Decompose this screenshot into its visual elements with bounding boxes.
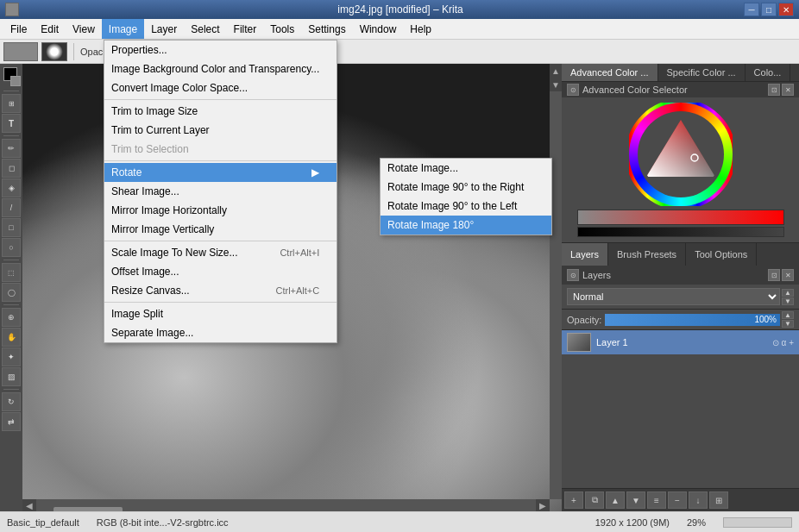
menu-trim-layer[interactable]: Trim to Current Layer — [104, 121, 337, 140]
rotate-90r[interactable]: Rotate Image 90° to the Right — [381, 178, 551, 197]
menu-bg-color[interactable]: Image Background Color and Transparency.… — [104, 59, 337, 78]
menu-offset[interactable]: Offset Image... — [104, 262, 337, 281]
blend-up[interactable]: ▲ — [782, 289, 794, 297]
menu-settings[interactable]: Settings — [301, 19, 352, 39]
color-panel-close[interactable]: ✕ — [782, 84, 794, 96]
menu-layer[interactable]: Layer — [144, 19, 184, 39]
color-gradient-bar[interactable] — [577, 210, 784, 225]
zoom-tool[interactable]: ⊕ — [2, 308, 21, 327]
select-ellipse-tool[interactable]: ◯ — [2, 283, 21, 302]
menu-file[interactable]: File — [3, 19, 34, 39]
opacity-up-layers[interactable]: ▲ — [782, 311, 794, 319]
scroll-right-btn[interactable]: ▶ — [536, 499, 550, 511]
blend-down[interactable]: ▼ — [782, 297, 794, 305]
line-tool[interactable]: / — [2, 198, 21, 217]
color-black-bar[interactable] — [577, 227, 784, 237]
menu-convert-cs[interactable]: Convert Image Color Space... — [104, 78, 337, 97]
opacity-slider[interactable]: 100% — [605, 314, 780, 326]
bg-color[interactable] — [10, 76, 21, 86]
eraser-tool[interactable]: ◻ — [2, 159, 21, 178]
scrollbar-horizontal[interactable]: ◀ ▶ — [22, 499, 550, 511]
brush-tip — [46, 43, 63, 60]
tab-brush-presets[interactable]: Brush Presets — [608, 243, 686, 266]
menu-window[interactable]: Window — [353, 19, 404, 39]
layer-item[interactable]: Layer 1 ⊙ α + — [562, 330, 799, 354]
color-picker-tool[interactable]: ✦ — [2, 347, 21, 366]
menu-split[interactable]: Image Split — [104, 304, 337, 323]
color-swatches[interactable] — [2, 67, 21, 86]
layers-panel-float[interactable]: ⊡ — [768, 269, 780, 281]
menu-help[interactable]: Help — [403, 19, 438, 39]
tab-color-short[interactable]: Colo... — [746, 64, 791, 81]
tab-tool-options[interactable]: Tool Options — [686, 243, 757, 266]
menu-separate[interactable]: Separate Image... — [104, 323, 337, 342]
layer-up-btn[interactable]: ▲ — [606, 491, 625, 509]
scrollbar-vertical[interactable]: ▲ ▼ — [550, 64, 562, 499]
rotate-180[interactable]: Rotate Image 180° — [381, 216, 551, 235]
fill-tool[interactable]: ◈ — [2, 178, 21, 197]
color-selector-header: ⊙ Advanced Color Selector ⊡ ✕ — [562, 82, 799, 97]
menu-trim-image[interactable]: Trim to Image Size — [104, 102, 337, 121]
layers-panel-close[interactable]: ✕ — [782, 269, 794, 281]
rotate-custom[interactable]: Rotate Image... — [381, 159, 551, 178]
left-toolbar: ⊞ T ✏ ◻ ◈ / □ ○ ⬚ ◯ ⊕ ✋ ✦ ▨ ↻ ⇄ — [0, 64, 22, 511]
brush-tool[interactable]: ✏ — [2, 139, 21, 158]
scroll-down-btn[interactable]: ▼ — [550, 78, 562, 91]
opacity-spinners-layers: ▲ ▼ — [782, 311, 794, 328]
image-dropdown: Properties... Image Background Color and… — [104, 40, 337, 343]
statusbar: Basic_tip_default RGB (8-bit inte...-V2-… — [0, 511, 799, 532]
toolbar-sep2 — [3, 135, 19, 136]
toolbar-sep5 — [3, 389, 19, 390]
layers-toolbar: + ⧉ ▲ ▼ ≡ − ↓ ⊞ — [562, 488, 799, 511]
menu-mirror-v[interactable]: Mirror Image Vertically — [104, 220, 337, 239]
menu-mirror-h[interactable]: Mirror Image Horizontally — [104, 201, 337, 220]
select-rect-tool[interactable]: ⬚ — [2, 263, 21, 282]
color-wheel-area — [562, 97, 799, 242]
delete-layer-btn[interactable]: − — [668, 491, 687, 509]
tab-advanced-color[interactable]: Advanced Color ... — [562, 64, 658, 81]
menu-shear[interactable]: Shear Image... — [104, 182, 337, 201]
layer-down-btn[interactable]: ▼ — [626, 491, 645, 509]
opacity-down-layers[interactable]: ▼ — [782, 320, 794, 328]
menu-image[interactable]: Image — [102, 19, 144, 39]
layer-settings-btn[interactable]: ≡ — [647, 491, 666, 509]
tab-layers[interactable]: Layers — [562, 243, 608, 266]
zoom-slider[interactable] — [723, 517, 792, 528]
maximize-button[interactable]: □ — [761, 3, 777, 16]
statusbar-colorspace: RGB (8-bit inte...-V2-srgbtrc.icc — [97, 517, 229, 528]
menu-view[interactable]: View — [66, 19, 102, 39]
transform-tool[interactable]: ⊞ — [2, 94, 21, 113]
color-wheel[interactable] — [629, 103, 733, 206]
layer-more-btn[interactable]: ⊞ — [709, 491, 728, 509]
blend-mode-select[interactable]: Normal Multiply Screen Overlay — [567, 288, 780, 305]
copy-layer-btn[interactable]: ⧉ — [585, 491, 604, 509]
rotate-canvas-tool[interactable]: ↻ — [2, 392, 21, 411]
tab-specific-color[interactable]: Specific Color ... — [658, 64, 746, 81]
rect-tool[interactable]: □ — [2, 218, 21, 237]
menu-resize[interactable]: Resize Canvas... Ctrl+Alt+C — [104, 281, 337, 300]
rotate-90l[interactable]: Rotate Image 90° to the Left — [381, 197, 551, 216]
merge-layer-btn[interactable]: ↓ — [689, 491, 708, 509]
close-button[interactable]: ✕ — [778, 3, 794, 16]
menu-select[interactable]: Select — [184, 19, 226, 39]
mirror-canvas-tool[interactable]: ⇄ — [2, 412, 21, 431]
scroll-thumb-h[interactable] — [53, 507, 123, 511]
menu-trim-sel[interactable]: Trim to Selection — [104, 140, 337, 159]
gradient-tool[interactable]: ▨ — [2, 367, 21, 386]
minimize-button[interactable]: ─ — [744, 3, 759, 16]
menu-tools[interactable]: Tools — [263, 19, 301, 39]
menu-properties[interactable]: Properties... — [104, 41, 337, 59]
ellipse-tool[interactable]: ○ — [2, 238, 21, 257]
pan-tool[interactable]: ✋ — [2, 328, 21, 347]
text-tool[interactable]: T — [2, 114, 21, 133]
layers-icon: ⊙ — [567, 269, 579, 281]
menu-filter[interactable]: Filter — [227, 19, 264, 39]
scroll-up-btn[interactable]: ▲ — [550, 64, 562, 78]
menu-edit[interactable]: Edit — [34, 19, 66, 39]
menu-scale[interactable]: Scale Image To New Size... Ctrl+Alt+I — [104, 243, 337, 262]
menu-rotate[interactable]: Rotate ▶ — [104, 163, 337, 182]
scroll-left-btn[interactable]: ◀ — [22, 499, 36, 511]
color-panel-float[interactable]: ⊡ — [768, 84, 780, 96]
separator — [73, 43, 74, 60]
add-layer-btn[interactable]: + — [564, 491, 583, 509]
